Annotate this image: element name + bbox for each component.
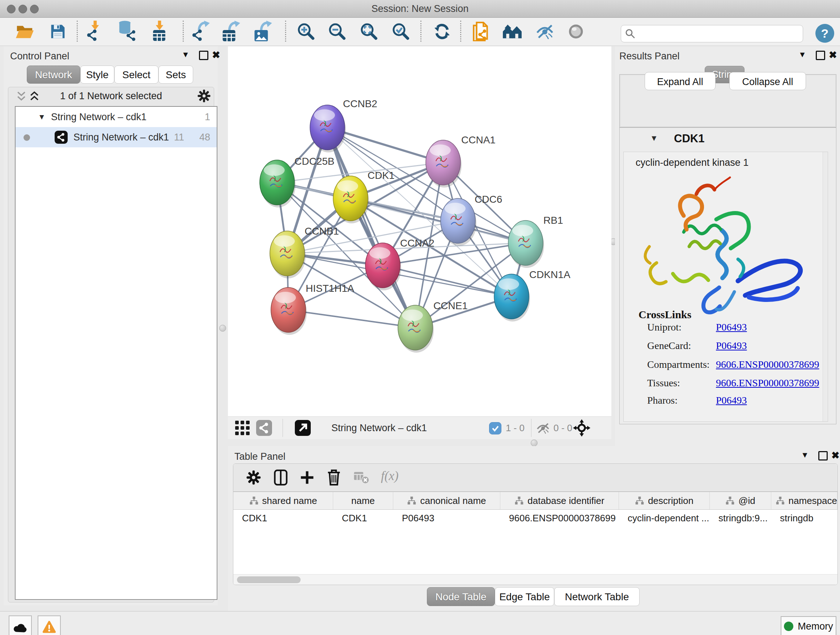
panel-float-icon[interactable]: ▼ (182, 50, 189, 59)
network-collection-row[interactable]: ▼ String Network – cdk1 1 (16, 107, 217, 127)
column-header-canonical-name[interactable]: canonical name (393, 492, 500, 509)
crosslink-link[interactable]: P06493 (716, 321, 747, 333)
network-node-rb1[interactable] (508, 220, 544, 268)
grid-view-button[interactable] (234, 420, 250, 436)
tab-network[interactable]: Network (27, 65, 80, 84)
column-header--id[interactable]: @id (710, 492, 771, 509)
save-session-button[interactable] (48, 21, 68, 42)
network-node-hist1h1a[interactable] (271, 287, 307, 335)
detach-view-button[interactable] (295, 420, 311, 436)
network-node-ccna2[interactable] (365, 243, 401, 290)
birds-eye-button[interactable] (572, 418, 591, 437)
zoom-selected-button[interactable] (391, 21, 411, 42)
hidden-eye-icon[interactable] (536, 423, 550, 434)
tab-edge-table[interactable]: Edge Table (495, 587, 554, 606)
table-cell[interactable]: CDK1 (233, 509, 333, 527)
plus-icon (300, 470, 314, 485)
table-cell[interactable]: cyclin-dependent ... (619, 509, 710, 527)
crosslink-link[interactable]: 9606.ENSP00000378699 (716, 359, 819, 371)
first-neighbors-button[interactable] (471, 21, 491, 42)
delete-column-button[interactable] (325, 468, 343, 487)
protein-structure-image (630, 172, 821, 317)
crosslink-link[interactable]: P06493 (716, 340, 747, 352)
column-header-name[interactable]: name (333, 492, 393, 509)
tab-select[interactable]: Select (114, 65, 158, 84)
collapse-all-button[interactable]: Collapse All (729, 72, 806, 90)
window-close-button[interactable] (7, 5, 16, 13)
panel-float-icon[interactable]: ▼ (798, 50, 806, 59)
network-node-ccna1[interactable] (426, 140, 462, 187)
warnings-button[interactable] (38, 616, 61, 635)
zoom-fit-button[interactable] (359, 21, 379, 42)
export-table-button[interactable] (221, 21, 242, 42)
window-minimize-button[interactable] (19, 5, 27, 13)
refresh-button[interactable] (432, 21, 452, 42)
table-cell[interactable]: P06493 (393, 509, 500, 527)
table-cell[interactable]: 9606.ENSP00000378699 (500, 509, 619, 527)
help-button[interactable]: ? (815, 24, 834, 43)
zoom-out-button[interactable] (327, 21, 347, 42)
cloud-status-button[interactable] (9, 616, 32, 635)
panel-close-icon[interactable]: ✖ (831, 450, 840, 461)
column-header-description[interactable]: description (619, 492, 710, 509)
create-column-button[interactable] (298, 468, 317, 487)
show-all-views-button[interactable] (502, 21, 523, 42)
delete-table-button[interactable] (352, 468, 371, 487)
network-node-ccnb1[interactable] (270, 231, 306, 279)
window-title: Session: New Session (0, 0, 840, 17)
table-cell[interactable]: stringdb:9... (710, 509, 771, 527)
show-columns-button[interactable] (271, 468, 290, 487)
panel-maximize-icon[interactable] (818, 451, 828, 461)
column-header-namespace[interactable]: namespace (771, 492, 837, 509)
string-view-button[interactable] (256, 420, 272, 436)
hscrollbar-thumb[interactable] (237, 576, 301, 583)
bottom-splitter-handle[interactable] (531, 440, 538, 447)
column-header-shared-name[interactable]: shared name (233, 492, 333, 509)
network-node-cdkn1a[interactable] (494, 274, 530, 321)
crosslink-link[interactable]: 9606.ENSP00000378699 (716, 377, 819, 389)
tab-sets[interactable]: Sets (158, 65, 193, 84)
import-network-button[interactable] (85, 21, 106, 42)
entry-collapse-caret[interactable]: ▼ (650, 134, 658, 143)
zoom-in-button[interactable] (296, 21, 316, 42)
tree-expand-caret[interactable]: ▼ (38, 107, 46, 127)
open-session-button[interactable] (14, 21, 35, 42)
column-header-database-identifier[interactable]: database identifier (500, 492, 619, 509)
export-network-button[interactable] (192, 21, 212, 42)
left-splitter-handle[interactable] (219, 325, 226, 332)
network-node-cdk1[interactable] (333, 176, 369, 223)
crosslink-link[interactable]: P06493 (716, 394, 747, 406)
panel-close-icon[interactable]: ✖ (212, 49, 220, 61)
panel-maximize-icon[interactable] (199, 51, 208, 60)
memory-button[interactable]: Memory (781, 616, 836, 635)
selected-checkbox[interactable] (489, 422, 501, 434)
tab-style[interactable]: Style (80, 65, 114, 84)
tab-network-table[interactable]: Network Table (554, 587, 639, 606)
panel-float-icon[interactable]: ▼ (801, 450, 809, 460)
export-image-button[interactable] (253, 21, 273, 42)
panel-close-icon[interactable]: ✖ (829, 49, 837, 61)
window-zoom-button[interactable] (30, 5, 39, 13)
table-cell[interactable]: CDK1 (333, 509, 393, 527)
function-builder-button[interactable]: f(x) (381, 469, 399, 483)
network-canvas[interactable]: CCNB2CCNA1CDC25BCDK1CDC6RB1CCNB1CCNA2CDK… (228, 46, 611, 416)
table-cell[interactable]: stringdb (771, 509, 837, 527)
entry-scrollbar[interactable] (823, 152, 828, 421)
network-node-ccnb2[interactable] (310, 105, 346, 152)
table-settings-button[interactable] (244, 468, 263, 487)
tab-node-table[interactable]: Node Table (427, 587, 495, 606)
import-table-button[interactable] (150, 21, 170, 42)
hide-selected-button[interactable] (535, 21, 555, 42)
panel-maximize-icon[interactable] (816, 51, 825, 60)
import-network-from-database-button[interactable] (117, 21, 137, 42)
search-input[interactable] (638, 26, 801, 41)
gear-icon[interactable] (197, 89, 211, 103)
network-node-cdc6[interactable] (441, 198, 477, 246)
network-view-title: String Network – cdk1 (332, 417, 427, 439)
network-node-ccne1[interactable] (398, 305, 434, 353)
network-graph[interactable]: CCNB2CCNA1CDC25BCDK1CDC6RB1CCNB1CCNA2CDK… (228, 46, 611, 416)
table-row[interactable]: CDK1CDK1P064939606.ENSP00000378699cyclin… (233, 509, 837, 527)
network-row-selected[interactable]: String Network – cdk1 11 48 (16, 127, 217, 147)
lens-button[interactable] (566, 21, 586, 42)
expand-all-button[interactable]: Expand All (645, 72, 715, 90)
